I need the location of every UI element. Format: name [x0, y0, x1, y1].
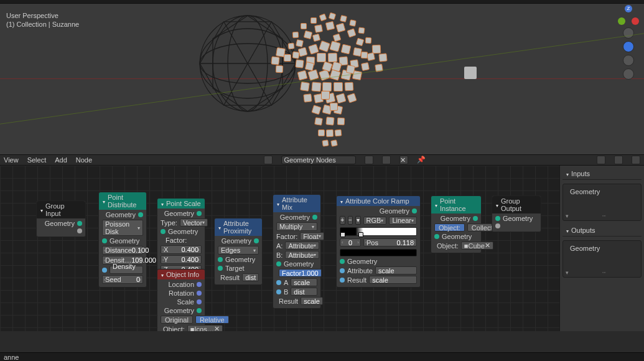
ramp-color-swatch[interactable]: [340, 249, 417, 256]
inputs-list[interactable]: Geometry ▾ ┈: [562, 184, 642, 221]
socket-factor-in[interactable]: Factor1.000: [276, 269, 317, 277]
node-attribute-proximity[interactable]: Attribute Proximity Geometry Edges Geome…: [214, 218, 263, 285]
original-button[interactable]: Original: [161, 316, 193, 324]
collapse-icon[interactable]: [103, 197, 105, 205]
seed-field[interactable]: Seed0: [102, 275, 143, 284]
y-field[interactable]: Y0.400: [161, 255, 202, 264]
outputs-header[interactable]: Outputs: [562, 225, 642, 237]
menu-select[interactable]: Select: [27, 156, 47, 164]
socket-object-in[interactable]: Object:■ Cube✕: [434, 241, 478, 250]
node-object-info[interactable]: Object Info Location Rotation Scale Geom…: [157, 269, 205, 331]
collapse-icon[interactable]: [40, 206, 43, 213]
datablock-icon[interactable]: [264, 156, 273, 164]
socket-geometry-out[interactable]: Geometry: [340, 207, 417, 215]
a-attr-field[interactable]: scale: [291, 278, 317, 286]
x-field[interactable]: X0.400: [161, 245, 202, 254]
socket-geometry-out[interactable]: Geometry: [40, 220, 82, 227]
socket-geometry-in[interactable]: Geometry: [218, 256, 259, 263]
node-group-input[interactable]: Group Input Geometry: [36, 200, 86, 237]
result-attr-field[interactable]: scale: [301, 297, 323, 305]
grip-icon[interactable]: ┈: [602, 270, 605, 276]
shield-icon[interactable]: [365, 156, 373, 164]
object-mode-button[interactable]: Object:: [434, 223, 465, 232]
socket-geometry-in[interactable]: Geometry: [102, 237, 143, 245]
collapse-icon[interactable]: [161, 271, 164, 278]
socket-geometry-in[interactable]: Geometry: [495, 215, 538, 222]
socket-scale-out[interactable]: Scale: [161, 298, 202, 306]
axis-y-icon[interactable]: [618, 17, 625, 25]
perspective-gizmo-button[interactable]: [623, 68, 634, 80]
collapse-icon[interactable]: [277, 200, 279, 207]
socket-geometry-out[interactable]: Geometry: [161, 210, 202, 217]
grip-icon[interactable]: ┈: [602, 213, 605, 219]
socket-density-attr[interactable]: Density …: [102, 266, 143, 274]
new-icon[interactable]: [382, 156, 391, 164]
unlink-icon[interactable]: ✕: [399, 156, 408, 164]
socket-empty-out[interactable]: [40, 228, 82, 233]
factor-value-field[interactable]: Factor1.000: [279, 269, 322, 277]
move-gizmo-button[interactable]: [623, 41, 634, 52]
overlay-icon[interactable]: [614, 156, 623, 164]
socket-geometry-out[interactable]: Geometry: [161, 307, 202, 314]
node-editor[interactable]: Group Input Geometry Point Distribute Ge…: [0, 166, 644, 331]
menu-add[interactable]: Add: [55, 156, 67, 164]
axes-gizmo[interactable]: Z: [619, 6, 638, 25]
socket-geometry-in[interactable]: Geometry: [276, 260, 317, 268]
type-select[interactable]: Vector: [180, 218, 208, 227]
node-group-output[interactable]: Group Output Geometry: [492, 195, 541, 232]
socket-a-in[interactable]: Ascale: [276, 278, 317, 286]
snap-icon[interactable]: [597, 156, 605, 164]
output-item-geometry[interactable]: Geometry: [566, 243, 638, 253]
socket-empty-in[interactable]: [495, 223, 538, 228]
inputs-header[interactable]: Inputs: [562, 168, 642, 180]
chevron-down-icon[interactable]: ▾: [566, 270, 569, 276]
ramp-add-button[interactable]: +: [340, 216, 345, 225]
socket-attribute-in[interactable]: Attributescale: [340, 266, 417, 274]
3d-viewport[interactable]: User Perspective (1) Collection | Suzann…: [0, 4, 644, 154]
socket-geometry-out[interactable]: Geometry: [434, 215, 478, 222]
ramp-interp-select[interactable]: Linear: [389, 217, 417, 225]
proximity-mode-select[interactable]: Edges: [218, 246, 259, 255]
socket-result-in[interactable]: Resultscale: [276, 297, 317, 305]
b-attr-field[interactable]: dist: [291, 288, 317, 296]
node-point-scale[interactable]: Point Scale Geometry Type:Vector Geometr…: [157, 198, 205, 278]
object-picker[interactable]: ■ Cube✕: [461, 241, 493, 250]
attr-field[interactable]: scale: [375, 266, 417, 274]
socket-result-in[interactable]: Resultscale: [340, 276, 417, 284]
result-attr-field[interactable]: dist: [242, 273, 259, 281]
object-picker[interactable]: ■ Icos…✕: [187, 325, 223, 331]
menu-node[interactable]: Node: [76, 156, 92, 164]
node-point-distribute[interactable]: Point Distribute Geometry Poisson Disk G…: [98, 192, 147, 288]
chevron-down-icon[interactable]: ▾: [566, 213, 569, 219]
menu-view[interactable]: View: [4, 156, 19, 164]
ramp-colormode-select[interactable]: RGB: [363, 217, 387, 225]
collapse-icon[interactable]: [161, 200, 164, 207]
collapse-icon[interactable]: [435, 201, 437, 209]
ramp-tools-button[interactable]: ▾: [355, 216, 361, 225]
socket-target-in[interactable]: Target: [218, 265, 259, 272]
socket-geometry-out[interactable]: Geometry: [218, 237, 259, 245]
collapse-icon[interactable]: [340, 197, 343, 205]
axis-x-icon[interactable]: [632, 17, 639, 25]
axis-z-icon[interactable]: Z: [625, 5, 632, 12]
input-item-geometry[interactable]: Geometry: [566, 187, 638, 197]
distribute-method-select[interactable]: Poisson Disk: [102, 220, 143, 236]
ramp-remove-button[interactable]: −: [348, 216, 353, 225]
node-attribute-mix[interactable]: Attribute Mix Geometry Multiply Factor:F…: [273, 194, 321, 309]
socket-rotation-out[interactable]: Rotation: [161, 289, 202, 297]
socket-geometry-out[interactable]: Geometry: [276, 213, 317, 221]
transform-space-toggle[interactable]: Original Relative: [161, 316, 202, 324]
zoom-gizmo-button[interactable]: [623, 27, 634, 39]
camera-gizmo-button[interactable]: [623, 55, 634, 66]
color-ramp-widget[interactable]: [340, 227, 417, 236]
socket-b-in[interactable]: Bdist: [276, 288, 317, 296]
ramp-index-field[interactable]: 0: [340, 238, 361, 246]
socket-geometry-out[interactable]: Geometry: [102, 211, 143, 218]
factor-type-select[interactable]: Float: [300, 232, 324, 240]
socket-object-in[interactable]: Object:■ Icos…✕: [161, 325, 202, 331]
ramp-pos-field[interactable]: Pos0.118: [363, 238, 417, 246]
instance-type-toggle[interactable]: Object: Collection: [434, 223, 478, 232]
relative-button[interactable]: Relative: [195, 316, 229, 324]
b-type-select[interactable]: Attribute: [285, 251, 319, 259]
socket-geometry-in[interactable]: Geometry: [434, 233, 478, 240]
